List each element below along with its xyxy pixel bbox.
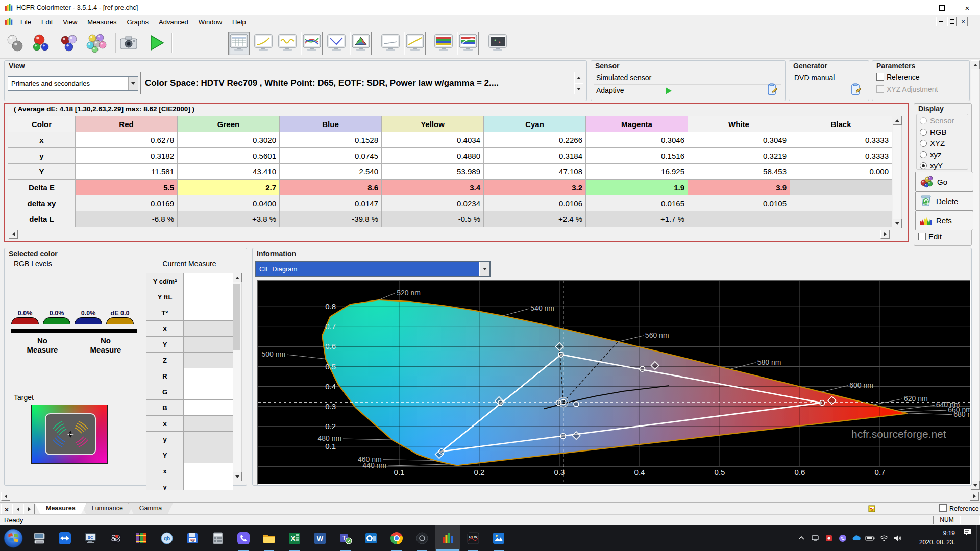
chevron-down-icon[interactable]	[128, 77, 138, 90]
menu-advanced[interactable]: Advanced	[154, 16, 193, 28]
tray-volume-icon[interactable]	[892, 532, 904, 545]
taskbar-hcfr-icon[interactable]	[435, 525, 460, 551]
taskbar-gray-panel-icon[interactable]	[205, 525, 231, 551]
tray-wifi-icon[interactable]	[878, 532, 890, 545]
toolbar-plain-diagonal-icon[interactable]	[404, 32, 426, 55]
taskbar-atom-app-icon[interactable]	[103, 525, 129, 551]
table-vertical-scrollbar[interactable]	[893, 116, 902, 228]
taskbar-viber-icon[interactable]	[231, 525, 256, 551]
taskbar-excel-icon[interactable]: X	[282, 525, 307, 551]
tab-measures[interactable]: Measures	[35, 503, 87, 514]
tab-gamma[interactable]: Gamma	[128, 503, 173, 514]
close-button[interactable]: ×	[954, 0, 980, 15]
taskbar-dark-cam-icon[interactable]	[409, 525, 435, 551]
taskbar-screenconnect-icon[interactable]: SC	[78, 525, 103, 551]
maximize-button[interactable]	[929, 0, 954, 15]
toolbar-dark-screen-icon[interactable]	[487, 32, 508, 55]
toolbar-bars-line-icon[interactable]	[457, 32, 479, 55]
tab-close-button[interactable]: ×	[1, 504, 12, 515]
toolbar-snapshot-icon[interactable]	[118, 32, 139, 54]
menu-measures[interactable]: Measures	[82, 16, 121, 28]
display-radio-rgb[interactable]: RGB	[920, 128, 968, 136]
mdi-close-button[interactable]: ×	[959, 17, 968, 26]
reference-checkbox[interactable]: Reference	[939, 504, 979, 512]
main-vertical-scrollbar[interactable]	[971, 60, 980, 490]
toolbar-run-icon[interactable]	[146, 32, 166, 54]
table-scroll-up-icon[interactable]	[893, 116, 902, 125]
start-button[interactable]	[0, 525, 27, 551]
toolbar-gamma-curve-icon[interactable]	[253, 32, 274, 55]
minimize-button[interactable]	[903, 0, 929, 15]
taskbar-chrome-icon[interactable]	[384, 525, 409, 551]
toolbar-cie-gamut-icon[interactable]	[350, 32, 372, 55]
display-radio-xyz[interactable]: XYZ	[920, 139, 968, 147]
lut-icon[interactable]	[868, 503, 878, 515]
menu-edit[interactable]: Edit	[36, 16, 58, 28]
tab-next-button[interactable]	[23, 504, 35, 515]
reference-checkbox-box[interactable]	[939, 504, 947, 512]
toolbar-delta-curve-icon[interactable]	[326, 32, 347, 55]
toolbar-free-measure-icon[interactable]	[5, 32, 26, 54]
taskbar-hwinfo64-icon[interactable]: 64	[180, 525, 205, 551]
tray-tray-monitor-icon[interactable]	[809, 532, 821, 545]
taskbar-pc-utility-icon[interactable]	[27, 525, 52, 551]
hscroll-right-icon[interactable]	[970, 492, 979, 501]
go-button[interactable]: Go	[915, 172, 973, 191]
scroll-down-icon[interactable]	[971, 481, 980, 490]
taskbar-qbittorrent-icon[interactable]: qb	[154, 525, 180, 551]
menu-help[interactable]: Help	[227, 16, 251, 28]
measure-scroll-down-icon[interactable]	[233, 472, 242, 481]
tray-onedrive-icon[interactable]	[850, 532, 863, 545]
menu-view[interactable]: View	[58, 16, 82, 28]
spin-up-button[interactable]	[574, 72, 583, 83]
tray-chevron-up-icon[interactable]	[795, 532, 807, 545]
menu-graphs[interactable]: Graphs	[121, 16, 154, 28]
edit-checkbox-box[interactable]	[918, 233, 926, 240]
tray-tray-phone-icon[interactable]	[837, 532, 849, 545]
tray-tray-red-icon[interactable]	[823, 532, 835, 545]
table-scroll-down-icon[interactable]	[893, 219, 902, 228]
tab-luminance[interactable]: Luminance	[81, 503, 134, 514]
delete-button[interactable]: Delete	[915, 191, 973, 211]
display-radio-xyy[interactable]: xyY	[920, 161, 968, 170]
chevron-down-icon[interactable]	[480, 262, 489, 276]
taskbar-word-icon[interactable]: W	[307, 525, 333, 551]
taskbar-teams-icon[interactable]: T	[333, 525, 358, 551]
refs-button[interactable]: Refs	[915, 211, 973, 230]
taskbar-blue-app-icon[interactable]	[486, 525, 511, 551]
edit-checkbox[interactable]: Edit	[918, 232, 942, 241]
view-mode-dropdown[interactable]: Primaries and secondaries	[8, 76, 138, 91]
measure-scroll-up-icon[interactable]	[233, 273, 242, 282]
toolbar-measures-grid-icon[interactable]	[228, 32, 250, 55]
taskbar-outlook-icon[interactable]	[358, 525, 384, 551]
taskbar-rew-icon[interactable]: REW	[460, 525, 486, 551]
sensor-run-icon[interactable]	[666, 87, 672, 94]
table-scroll-right-icon[interactable]	[880, 230, 890, 239]
hscroll-left-icon[interactable]	[1, 492, 10, 501]
toolbar-color-bars-icon[interactable]	[433, 32, 454, 55]
sensor-config-icon[interactable]	[767, 83, 778, 97]
taskbar-file-explorer-icon[interactable]	[256, 525, 282, 551]
information-dropdown[interactable]: CIE Diagram	[255, 261, 491, 277]
mdi-restore-button[interactable]	[947, 17, 957, 26]
toolbar-full-measure-icon[interactable]	[86, 32, 107, 54]
tray-battery-icon[interactable]	[864, 532, 876, 545]
menu-file[interactable]: File	[15, 16, 36, 28]
taskbar-teamviewer-icon[interactable]	[52, 525, 78, 551]
display-radio-xyz[interactable]: xyz	[920, 150, 968, 159]
table-scroll-left-icon[interactable]	[9, 230, 18, 239]
taskbar-clock[interactable]: 9:19 2020. 08. 23.	[904, 525, 958, 551]
generator-config-icon[interactable]	[850, 83, 862, 97]
spin-down-button[interactable]	[574, 83, 583, 94]
param-reference-checkbox[interactable]: Reference	[876, 73, 938, 81]
measure-scroll-thumb[interactable]	[233, 284, 240, 350]
mdi-minimize-button[interactable]	[936, 17, 945, 26]
toolbar-plain-line-icon[interactable]	[380, 32, 401, 55]
show-desktop-button[interactable]	[976, 525, 980, 551]
toolbar-secondaries-measure-icon[interactable]	[59, 32, 80, 54]
toolbar-primaries-measure-icon[interactable]	[31, 32, 52, 54]
action-center-icon[interactable]	[958, 525, 976, 538]
menu-window[interactable]: Window	[193, 16, 227, 28]
tab-prev-button[interactable]	[12, 504, 23, 515]
scroll-up-icon[interactable]	[971, 60, 980, 69]
